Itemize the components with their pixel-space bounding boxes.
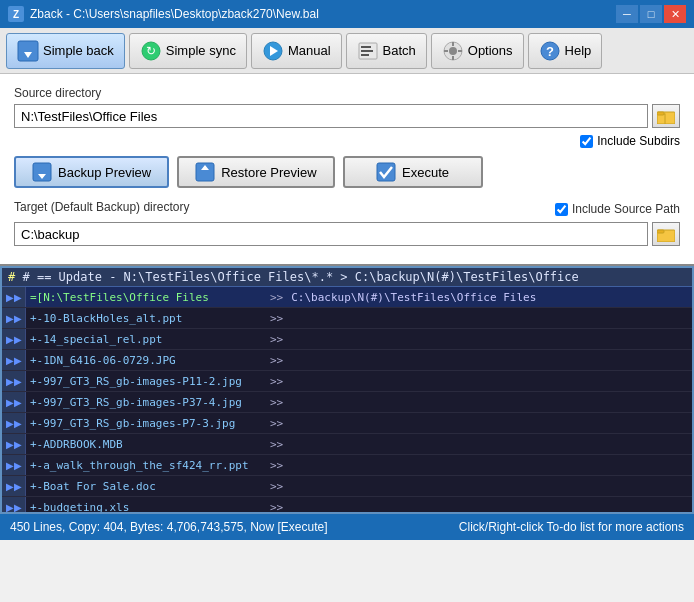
preview-row: ▶▶ +-997_GT3_RS_gb-images-P11-2.jpg >> xyxy=(2,371,692,392)
manual-icon xyxy=(262,40,284,62)
target-dir-label: Target (Default Backup) directory xyxy=(14,200,189,214)
preview-pane-header: # # == Update - N:\TestFiles\Office File… xyxy=(2,268,692,287)
simple-sync-icon: ↻ xyxy=(140,40,162,62)
status-right: Click/Right-click To-do list for more ac… xyxy=(459,520,684,534)
app-icon: Z xyxy=(8,6,24,22)
preview-row-arrow: ▶▶ xyxy=(2,392,26,412)
backup-preview-icon xyxy=(32,162,52,182)
preview-row: ▶▶ +-budgeting.xls >> xyxy=(2,497,692,512)
preview-src: +-budgeting.xls xyxy=(26,500,266,513)
execute-label: Execute xyxy=(402,165,449,180)
include-source-path-label: Include Source Path xyxy=(572,202,680,216)
target-dir-row xyxy=(14,222,680,246)
preview-row-arrow: ▶▶ xyxy=(2,329,26,349)
svg-rect-20 xyxy=(657,112,664,115)
execute-button[interactable]: Execute xyxy=(343,156,483,188)
include-subdirs-checkbox[interactable] xyxy=(580,135,593,148)
preview-src: +-14_special_rel.ppt xyxy=(26,332,266,347)
svg-text:?: ? xyxy=(546,44,554,59)
toolbar: Simple back ↻ Simple sync Manual xyxy=(0,28,694,74)
preview-col-src: =[N:\TestFiles\Office Files xyxy=(26,290,266,305)
preview-arrow2: >> xyxy=(266,437,287,452)
include-source-path-checkbox[interactable] xyxy=(555,203,568,216)
include-subdirs-row: Include Subdirs xyxy=(14,134,680,148)
preview-src: +-997_GT3_RS_gb-images-P11-2.jpg xyxy=(26,374,266,389)
source-dir-label: Source directory xyxy=(14,86,680,100)
svg-rect-25 xyxy=(377,163,395,181)
target-dir-input[interactable] xyxy=(14,222,648,246)
svg-rect-8 xyxy=(361,50,373,52)
preview-row-arrow: ▶▶ xyxy=(2,455,26,475)
maximize-button[interactable]: □ xyxy=(640,5,662,23)
simple-back-label: Simple back xyxy=(43,43,114,58)
preview-src: +-1DN_6416-06-0729.JPG xyxy=(26,353,266,368)
preview-arrow2: >> xyxy=(266,458,287,473)
preview-row: ▶▶ +-a_walk_through_the_sf424_rr.ppt >> xyxy=(2,455,692,476)
preview-src: +-997_GT3_RS_gb-images-P37-4.jpg xyxy=(26,395,266,410)
preview-src: +-Boat For Sale.doc xyxy=(26,479,266,494)
main-content: Source directory Include Subdirs Backup … xyxy=(0,74,694,266)
svg-rect-7 xyxy=(361,46,371,48)
preview-content[interactable]: ▶▶ =[N:\TestFiles\Office Files >> C:\bac… xyxy=(2,287,692,512)
preview-row-arrow: ▶▶ xyxy=(2,308,26,328)
toolbar-btn-batch[interactable]: Batch xyxy=(346,33,427,69)
preview-arrow2: >> xyxy=(266,311,287,326)
preview-src: +-a_walk_through_the_sf424_rr.ppt xyxy=(26,458,266,473)
preview-col-dst: C:\backup\N(#)\TestFiles\Office Files xyxy=(287,290,540,305)
execute-icon xyxy=(376,162,396,182)
preview-pane: # # == Update - N:\TestFiles\Office File… xyxy=(0,266,694,514)
preview-arrow2: >> xyxy=(266,479,287,494)
preview-row-arrow: ▶▶ xyxy=(2,497,26,512)
preview-row: ▶▶ +-ADDRBOOK.MDB >> xyxy=(2,434,692,455)
svg-rect-14 xyxy=(444,50,448,52)
backup-preview-button[interactable]: Backup Preview xyxy=(14,156,169,188)
options-icon xyxy=(442,40,464,62)
svg-rect-27 xyxy=(657,230,664,233)
preview-arrow2: >> xyxy=(266,416,287,431)
restore-preview-icon xyxy=(195,162,215,182)
minimize-button[interactable]: ─ xyxy=(616,5,638,23)
preview-arrow2: >> xyxy=(266,500,287,513)
include-subdirs-label: Include Subdirs xyxy=(597,134,680,148)
preview-row-header: ▶▶ =[N:\TestFiles\Office Files >> C:\bac… xyxy=(2,287,692,308)
preview-arrow2: >> xyxy=(266,395,287,410)
preview-col-arrow: >> xyxy=(266,290,287,305)
batch-label: Batch xyxy=(383,43,416,58)
toolbar-btn-simple-back[interactable]: Simple back xyxy=(6,33,125,69)
preview-row-arrow: ▶▶ xyxy=(2,287,26,307)
toolbar-btn-manual[interactable]: Manual xyxy=(251,33,342,69)
backup-preview-label: Backup Preview xyxy=(58,165,151,180)
svg-rect-15 xyxy=(458,50,462,52)
include-source-row: Include Source Path xyxy=(555,202,680,216)
source-dir-row xyxy=(14,104,680,128)
target-dir-browse-button[interactable] xyxy=(652,222,680,246)
source-dir-input[interactable] xyxy=(14,104,648,128)
close-button[interactable]: ✕ xyxy=(664,5,686,23)
toolbar-btn-help[interactable]: ? Help xyxy=(528,33,603,69)
toolbar-btn-options[interactable]: Options xyxy=(431,33,524,69)
restore-preview-button[interactable]: Restore Preview xyxy=(177,156,334,188)
preview-row-arrow: ▶▶ xyxy=(2,476,26,496)
preview-arrow2: >> xyxy=(266,374,287,389)
svg-point-11 xyxy=(449,47,457,55)
help-icon: ? xyxy=(539,40,561,62)
source-dir-browse-button[interactable] xyxy=(652,104,680,128)
manual-label: Manual xyxy=(288,43,331,58)
title-bar-title: Zback - C:\Users\snapfiles\Desktop\zback… xyxy=(30,7,319,21)
preview-row: ▶▶ +-14_special_rel.ppt >> xyxy=(2,329,692,350)
batch-icon xyxy=(357,40,379,62)
preview-arrow2: >> xyxy=(266,353,287,368)
simple-sync-label: Simple sync xyxy=(166,43,236,58)
preview-row-arrow: ▶▶ xyxy=(2,350,26,370)
preview-row: ▶▶ +-997_GT3_RS_gb-images-P37-4.jpg >> xyxy=(2,392,692,413)
window-controls: ─ □ ✕ xyxy=(616,5,686,23)
title-bar: Z Zback - C:\Users\snapfiles\Desktop\zba… xyxy=(0,0,694,28)
preview-src: +-ADDRBOOK.MDB xyxy=(26,437,266,452)
preview-src: +-997_GT3_RS_gb-images-P7-3.jpg xyxy=(26,416,266,431)
svg-rect-12 xyxy=(452,42,454,46)
help-label: Help xyxy=(565,43,592,58)
preview-row-arrow: ▶▶ xyxy=(2,371,26,391)
svg-rect-9 xyxy=(361,54,369,56)
toolbar-btn-simple-sync[interactable]: ↻ Simple sync xyxy=(129,33,247,69)
options-label: Options xyxy=(468,43,513,58)
